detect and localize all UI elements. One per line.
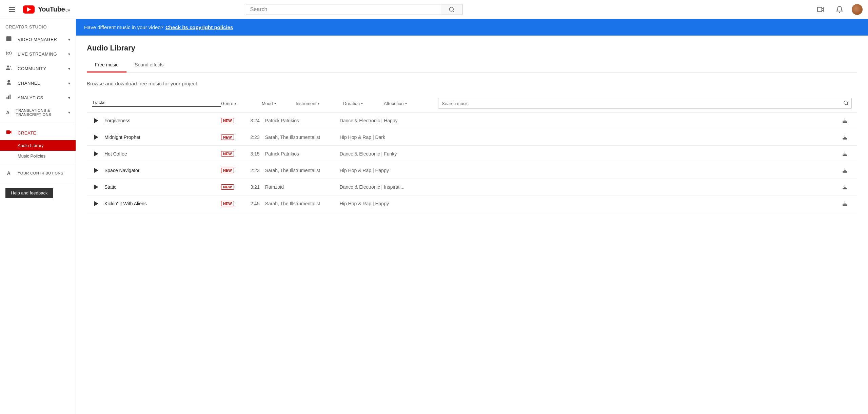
instrument-filter-button[interactable]: Instrument ▾ [296,101,343,106]
play-button[interactable] [92,183,100,191]
create-label: CREATE [18,130,36,136]
duration-filter-button[interactable]: Duration ▾ [343,101,384,106]
community-icon [5,65,12,73]
creator-studio-label: Creator Studio [0,19,76,32]
table-row[interactable]: Static NEW 3:21 Ramzoid Dance & Electron… [87,179,857,195]
community-label: COMMUNITY [18,66,46,71]
track-artist: Ramzoid [265,184,340,190]
download-button[interactable] [838,118,852,124]
table-row[interactable]: Space Navigator NEW 2:23 Sarah, The Ills… [87,162,857,179]
content-area: Audio Library Free music Sound effects B… [76,36,868,220]
your-contributions-label: Your Contributions [18,171,63,175]
tab-sound-effects[interactable]: Sound effects [126,58,172,73]
svg-rect-9 [6,130,10,134]
track-name: Midnight Prophet [104,134,221,140]
translations-icon: A [5,110,11,115]
duration-chevron-icon: ▾ [361,102,363,105]
new-badge: NEW [221,134,234,140]
download-button[interactable] [838,184,852,190]
svg-point-10 [844,101,848,105]
table-row[interactable]: Midnight Prophet NEW 2:23 Sarah, The Ill… [87,129,857,146]
sidebar-item-translations[interactable]: A TRANSLATIONS & TRANSCRIPTIONS ▾ [0,105,76,120]
genre-filter-button[interactable]: Genre ▾ [221,101,262,106]
download-button[interactable] [838,201,852,207]
search-music-input[interactable] [438,101,841,106]
instrument-chevron-icon: ▾ [318,102,319,105]
svg-rect-7 [8,96,9,99]
attribution-column-header: Attribution ▾ [384,101,438,106]
track-duration: 3:15 [238,151,265,157]
sidebar-divider-2 [0,164,76,164]
create-icon [5,129,12,137]
channel-icon [5,79,12,87]
tab-free-music[interactable]: Free music [87,58,126,73]
search-music-container [438,98,852,109]
svg-rect-6 [6,97,7,99]
svg-point-5 [7,80,10,83]
sidebar-item-community[interactable]: COMMUNITY ▾ [0,61,76,76]
play-button[interactable] [92,117,100,125]
play-button[interactable] [92,150,100,158]
sidebar-item-analytics[interactable]: ANALYTICS ▾ [0,90,76,105]
youtube-logo[interactable]: YouTubeCA [23,5,70,14]
nav-left: YouTubeCA [5,3,70,16]
mood-chevron-icon: ▾ [274,102,276,105]
search-music-box[interactable] [438,98,852,109]
notifications-button[interactable] [833,3,846,16]
live-streaming-label: LIVE STREAMING [18,51,57,57]
table-row[interactable]: Hot Coffee NEW 3:15 Patrick Patrikios Da… [87,146,857,162]
track-artist: Sarah, The Illstrumentalist [265,168,340,173]
sidebar-sub-item-audio-library[interactable]: Audio Library [0,140,76,151]
sidebar-item-video-manager[interactable]: VIDEO MANAGER ▾ [0,32,76,47]
create-video-button[interactable] [814,3,827,16]
your-contributions-icon: A [5,170,12,176]
track-artist: Sarah, The Illstrumentalist [265,134,340,140]
tracks-list: Forgiveness NEW 3:24 Patrick Patrikios D… [87,112,857,212]
audio-library-label: Audio Library [18,143,44,148]
svg-point-3 [8,52,10,54]
mood-column-header: Mood ▾ [262,101,296,106]
download-button[interactable] [838,167,852,173]
video-manager-label: VIDEO MANAGER [18,37,57,42]
table-row[interactable]: Forgiveness NEW 3:24 Patrick Patrikios D… [87,112,857,129]
play-button[interactable] [92,133,100,141]
svg-rect-2 [6,36,12,41]
track-artist: Patrick Patrikios [265,118,340,123]
new-badge: NEW [221,201,234,206]
sidebar-item-create[interactable]: CREATE [0,126,76,140]
table-row[interactable]: Kickin' It With Aliens NEW 2:45 Sarah, T… [87,195,857,212]
help-feedback-button[interactable]: Help and feedback [5,188,53,198]
track-tags: Hip Hop & Rap | Happy [340,201,838,206]
global-search-bar[interactable] [246,4,463,15]
download-button[interactable] [838,134,852,140]
play-button[interactable] [92,200,100,208]
global-search-button[interactable] [441,4,462,15]
live-streaming-icon [5,50,12,58]
search-music-button[interactable] [841,100,851,107]
play-button[interactable] [92,166,100,174]
attribution-filter-button[interactable]: Attribution ▾ [384,101,438,106]
duration-column-header: Duration ▾ [343,101,384,106]
sidebar-item-your-contributions[interactable]: A Your Contributions [0,167,76,179]
svg-marker-15 [94,151,98,156]
new-badge: NEW [221,184,234,190]
copyright-link[interactable]: Check its copyright policies [165,24,233,30]
track-name: Static [104,184,221,190]
mood-filter-button[interactable]: Mood ▾ [262,101,296,106]
hamburger-menu-button[interactable] [5,3,19,16]
download-button[interactable] [838,151,852,157]
svg-point-0 [449,7,453,11]
track-duration: 3:21 [238,184,265,190]
logo-country: CA [65,8,70,12]
analytics-label: ANALYTICS [18,95,43,100]
chevron-down-icon: ▾ [68,81,71,86]
global-search-input[interactable] [246,4,441,15]
track-tags: Dance & Electronic | Funky [340,151,838,157]
user-avatar[interactable] [852,4,863,15]
page-title: Audio Library [87,44,857,53]
sidebar-item-live-streaming[interactable]: LIVE STREAMING ▾ [0,47,76,61]
sidebar-sub-item-music-policies[interactable]: Music Policies [0,151,76,161]
sidebar-item-channel[interactable]: CHANNEL ▾ [0,76,76,90]
tracks-sort-button[interactable]: Tracks [92,100,221,107]
track-name: Hot Coffee [104,151,221,157]
